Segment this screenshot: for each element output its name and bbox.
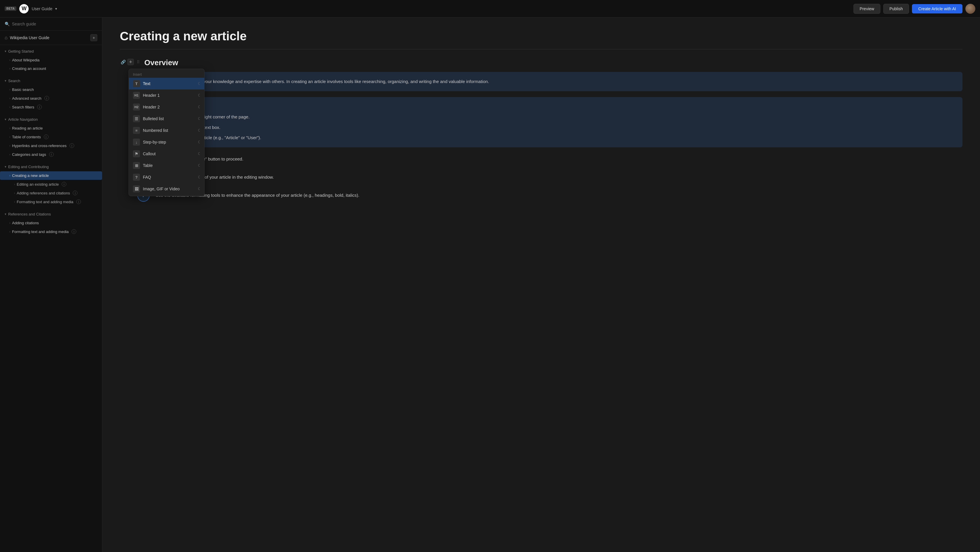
insert-item-image[interactable]: 🖼 Image, GIF or Video C xyxy=(129,183,204,195)
section-header-getting-started[interactable]: ▾ Getting Started xyxy=(0,47,102,56)
workspace-label-container: ⌂ Wikipedia User Guide xyxy=(5,35,49,40)
insert-item-table[interactable]: ⊞ Table C xyxy=(129,160,204,171)
avatar[interactable] xyxy=(966,4,975,14)
steps-container: 5 Click on the "Create page" button to p… xyxy=(137,153,963,202)
sidebar-item-label-categories-tags: Categories and tags xyxy=(12,152,46,157)
insert-item-image-left: 🖼 Image, GIF or Video xyxy=(133,185,180,192)
insert-item-callout[interactable]: ⚑ Callout C xyxy=(129,148,204,160)
sidebar-item-table-of-contents[interactable]: › Table of contents i xyxy=(0,132,102,141)
insert-item-step-by-step[interactable]: ↓ Step-by-step C xyxy=(129,136,204,148)
preview-button[interactable]: Preview xyxy=(853,4,880,14)
sidebar-item-creating-new-article[interactable]: › Creating a new article xyxy=(0,171,102,180)
callout-icon: ⚑ xyxy=(133,150,140,157)
chevron-categories-tags: › xyxy=(10,153,10,156)
insert-kbd-text: C xyxy=(198,81,200,86)
block-drag-button[interactable]: ⠿ xyxy=(135,59,142,65)
table-icon: ⊞ xyxy=(133,162,140,169)
section-header-article-navigation[interactable]: ▾ Article Navigation xyxy=(0,115,102,124)
sidebar-item-label-hyperlinks: Hyperlinks and cross-references xyxy=(12,144,66,148)
sidebar-item-formatting-text[interactable]: › Formatting text and adding media i xyxy=(0,197,102,206)
sidebar-item-formatting-text-media[interactable]: › Formatting text and adding media i xyxy=(0,227,102,236)
insert-item-bulleted-list[interactable]: ☰ Bulleted list C xyxy=(129,113,204,124)
sidebar-item-adding-references[interactable]: › Adding references and citations i xyxy=(0,188,102,197)
insert-kbd-table: C xyxy=(198,163,200,168)
step-6: 6 Begin writing the content of your arti… xyxy=(137,171,963,183)
insert-item-step-label: Step-by-step xyxy=(143,140,166,144)
chevron-about-wikipedia: › xyxy=(10,59,10,62)
insert-kbd-numbered: C xyxy=(198,128,200,132)
insert-item-text[interactable]: T Text C xyxy=(129,78,204,89)
breadcrumb-chevron[interactable]: ▾ xyxy=(55,7,57,11)
sidebar-item-label-creating-new-article: Creating a new article xyxy=(12,173,49,178)
insert-kbd-header1: C xyxy=(198,93,200,97)
chevron-creating-new-article: › xyxy=(10,174,10,177)
section-editing-contributing: ▾ Editing and Contributing › Creating a … xyxy=(0,161,102,208)
info-table-of-contents: i xyxy=(44,134,48,139)
publish-button[interactable]: Publish xyxy=(883,4,909,14)
block-add-button[interactable]: + xyxy=(127,59,134,65)
add-page-button[interactable]: + xyxy=(90,34,97,41)
step-partial-3: the new article in the provided text box… xyxy=(144,124,955,131)
sidebar-item-basic-search[interactable]: › Basic search xyxy=(0,85,102,94)
sidebar-search-bar[interactable]: 🔍 xyxy=(0,18,102,31)
section-header-references-citations[interactable]: ▾ References and Citations xyxy=(0,210,102,219)
section-label-references-citations: References and Citations xyxy=(8,212,51,216)
sidebar-item-search-filters[interactable]: › Search filters i xyxy=(0,103,102,112)
sidebar-item-label-advanced-search: Advanced search xyxy=(12,96,41,101)
sidebar: 🔍 ⌂ Wikipedia User Guide + ▾ Getting Sta… xyxy=(0,18,102,552)
section-label-article-navigation: Article Navigation xyxy=(8,117,38,121)
main-layout: 🔍 ⌂ Wikipedia User Guide + ▾ Getting Sta… xyxy=(0,18,980,552)
insert-kbd-callout: C xyxy=(198,152,200,156)
sidebar-item-adding-citations[interactable]: › Adding citations xyxy=(0,219,102,227)
section-header-search[interactable]: ▾ Search xyxy=(0,76,102,85)
insert-item-faq-left: ? FAQ xyxy=(133,174,151,181)
header-left: BETA W User Guide ▾ xyxy=(5,4,57,13)
sidebar-item-label-adding-citations: Adding citations xyxy=(12,221,39,225)
block-content: Overview xyxy=(144,58,963,67)
search-input[interactable] xyxy=(12,22,97,26)
overview-heading: Overview xyxy=(144,58,963,67)
section-label-search: Search xyxy=(8,79,20,83)
insert-item-header1-label: Header 1 xyxy=(143,93,160,98)
image-icon: 🖼 xyxy=(133,185,140,192)
chevron-editing-existing: › xyxy=(14,183,15,186)
sidebar-item-about-wikipedia[interactable]: › About Wikipedia xyxy=(0,56,102,64)
insert-item-numbered-list[interactable]: ≡ Numbered list C xyxy=(129,124,204,136)
step-by-step-icon: ↓ xyxy=(133,139,140,145)
section-header-editing-contributing[interactable]: ▾ Editing and Contributing xyxy=(0,162,102,171)
insert-kbd-faq: C xyxy=(198,175,200,179)
header-right: Preview Publish Create Article with AI xyxy=(853,4,975,14)
block-link-button[interactable]: 🔗 xyxy=(120,59,126,65)
sidebar-item-label-creating-account: Creating an account xyxy=(12,66,46,71)
insert-item-image-label: Image, GIF or Video xyxy=(143,187,180,191)
step-partial-2: "ate" button located at the top right co… xyxy=(144,113,955,121)
sidebar-item-advanced-search[interactable]: › Advanced search i xyxy=(0,94,102,103)
sidebar-item-label-formatting-text: Formatting text and adding media xyxy=(17,200,73,204)
sidebar-item-reading-article[interactable]: › Reading an article xyxy=(0,124,102,132)
sidebar-item-label-search-filters: Search filters xyxy=(12,105,34,109)
content-area: Creating a new article 🔗 + ⠿ Overview In… xyxy=(102,18,980,552)
header2-icon: H2 xyxy=(133,104,140,110)
chevron-adding-references: › xyxy=(14,191,15,195)
create-ai-button[interactable]: Create Article with AI xyxy=(912,4,963,13)
sidebar-item-label-reading-article: Reading an article xyxy=(12,126,43,131)
sidebar-item-editing-existing[interactable]: › Editing an existing article i xyxy=(0,180,102,188)
step-5: 5 Click on the "Create page" button to p… xyxy=(137,153,963,166)
numbered-list-icon: ≡ xyxy=(133,127,140,134)
sidebar-item-hyperlinks[interactable]: › Hyperlinks and cross-references i xyxy=(0,141,102,150)
chevron-creating-account: › xyxy=(10,67,10,70)
insert-item-header1[interactable]: H1 Header 1 C xyxy=(129,89,204,101)
sidebar-item-creating-account[interactable]: › Creating an account xyxy=(0,64,102,73)
insert-item-header1-left: H1 Header 1 xyxy=(133,92,160,99)
workspace-label[interactable]: Wikipedia User Guide xyxy=(10,35,49,40)
info-formatting-text: i xyxy=(76,199,81,204)
sidebar-item-label-editing-existing: Editing an existing article xyxy=(17,182,59,187)
sidebar-item-label-basic-search: Basic search xyxy=(12,88,33,92)
insert-item-faq[interactable]: ? FAQ C xyxy=(129,171,204,183)
overview-block-row: 🔗 + ⠿ Overview Insert T Text C xyxy=(120,58,963,67)
chevron-formatting-text: › xyxy=(14,200,15,204)
search-icon: 🔍 xyxy=(5,22,10,26)
insert-item-header2[interactable]: H2 Header 2 C xyxy=(129,101,204,113)
sidebar-item-categories-tags[interactable]: › Categories and tags i xyxy=(0,150,102,159)
breadcrumb-label[interactable]: User Guide xyxy=(32,6,52,11)
